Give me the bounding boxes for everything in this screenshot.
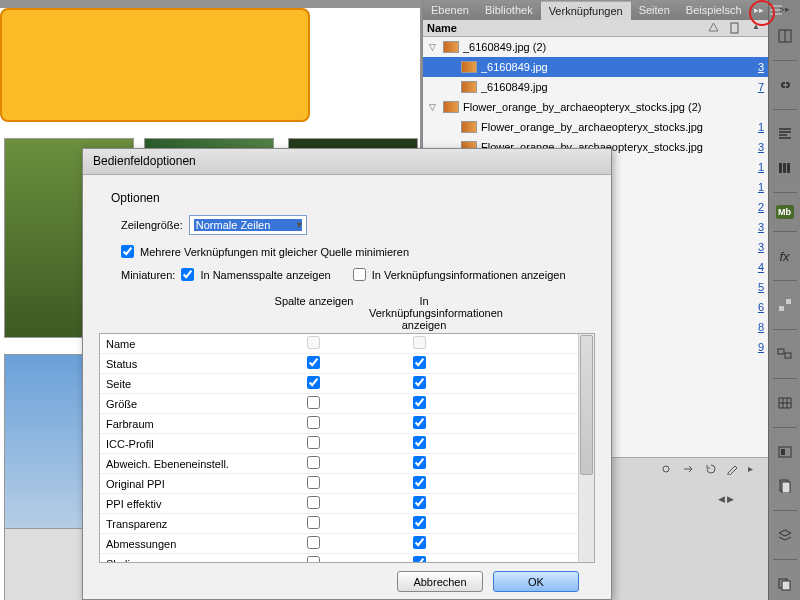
tabs-overflow-icon[interactable]: ▸▸ (750, 5, 768, 15)
show-info-checkbox[interactable] (413, 516, 426, 529)
link-row[interactable]: ▽_6160849.jpg (2) (423, 37, 768, 57)
link-row[interactable]: _6160849.jpg3 (423, 57, 768, 77)
option-row: Abweich. Ebeneneinstell. (100, 454, 578, 474)
fx-icon[interactable]: fx (773, 244, 797, 268)
show-column-checkbox[interactable] (307, 536, 320, 549)
thumbs-info-checkbox[interactable] (353, 268, 366, 281)
show-info-checkbox[interactable] (413, 476, 426, 489)
link-icon[interactable] (773, 73, 797, 97)
minimize-label: Mehrere Verknüpfungen mit gleicher Quell… (140, 246, 409, 258)
show-column-checkbox[interactable] (307, 356, 320, 369)
thumbs-name-checkbox[interactable] (181, 268, 194, 281)
option-row: Original PPI (100, 474, 578, 494)
show-column-checkbox[interactable] (307, 496, 320, 509)
orange-frame[interactable] (0, 8, 310, 122)
svg-rect-17 (731, 23, 738, 33)
link-page[interactable]: 4 (744, 261, 764, 273)
svg-rect-4 (787, 163, 790, 173)
dialog-title: Bedienfeldoptionen (83, 149, 611, 175)
show-column-checkbox[interactable] (307, 376, 320, 389)
show-info-checkbox[interactable] (413, 376, 426, 389)
option-label: ICC-Profil (100, 438, 260, 450)
tab-samples[interactable]: Beispielsch (678, 1, 750, 19)
show-info-checkbox[interactable] (413, 436, 426, 449)
show-info-checkbox[interactable] (413, 556, 426, 562)
edit-original-icon[interactable] (726, 463, 740, 475)
tab-pages[interactable]: Seiten (631, 1, 678, 19)
update-link-icon[interactable] (704, 463, 718, 475)
show-column-checkbox[interactable] (307, 436, 320, 449)
link-thumbnail (443, 101, 459, 113)
copy-icon[interactable] (773, 572, 797, 596)
link-page[interactable]: 3 (744, 241, 764, 253)
link-page[interactable]: 3 (744, 221, 764, 233)
option-label: Status (100, 358, 260, 370)
relink-icon[interactable] (660, 463, 674, 475)
option-row: Farbraum (100, 414, 578, 434)
link-row[interactable]: Flower_orange_by_archaeopteryx_stocks.jp… (423, 117, 768, 137)
show-info-checkbox[interactable] (413, 536, 426, 549)
options-scrollbar[interactable] (578, 334, 594, 562)
pages-icon[interactable] (773, 474, 797, 498)
show-column-checkbox[interactable] (307, 516, 320, 529)
link-page[interactable]: 2 (744, 201, 764, 213)
thumbs-info-label: In Verknüpfungsinformationen anzeigen (372, 269, 566, 281)
footer-more-icon[interactable]: ▸ (748, 463, 762, 475)
link-thumbnail (461, 61, 477, 73)
link-row[interactable]: _6160849.jpg7 (423, 77, 768, 97)
ok-button[interactable]: OK (493, 571, 579, 592)
show-info-checkbox (413, 336, 426, 349)
grid-icon[interactable] (773, 391, 797, 415)
link-page[interactable]: 1 (744, 181, 764, 193)
goto-link-icon[interactable] (682, 463, 696, 475)
show-info-checkbox[interactable] (413, 496, 426, 509)
tab-links[interactable]: Verknüpfungen (541, 1, 631, 20)
mb-icon[interactable]: Mb (776, 205, 794, 219)
status-column-icon[interactable] (708, 22, 720, 34)
book-icon[interactable] (773, 24, 797, 48)
tab-layers[interactable]: Ebenen (423, 1, 477, 19)
show-info-checkbox[interactable] (413, 456, 426, 469)
link-row[interactable]: ▽Flower_orange_by_archaeopteryx_stocks.j… (423, 97, 768, 117)
option-row: Status (100, 354, 578, 374)
option-label: Transparenz (100, 518, 260, 530)
show-column-checkbox[interactable] (307, 476, 320, 489)
show-column-checkbox[interactable] (307, 456, 320, 469)
page-column-icon[interactable] (730, 22, 742, 34)
cancel-button[interactable]: Abbrechen (397, 571, 483, 592)
disclosure-icon[interactable]: ▽ (429, 102, 439, 112)
row-size-dropdown[interactable]: Normale Zeilen ▼ (189, 215, 307, 235)
show-column-checkbox[interactable] (307, 396, 320, 409)
disclosure-icon[interactable]: ▽ (429, 42, 439, 52)
link-page[interactable]: 1 (744, 161, 764, 173)
link-page[interactable]: 7 (744, 81, 764, 93)
text-wrap-icon[interactable] (773, 440, 797, 464)
object-styles-icon[interactable] (773, 342, 797, 366)
show-info-checkbox[interactable] (413, 356, 426, 369)
column-name[interactable]: Name (427, 22, 457, 34)
row-size-label: Zeilengröße: (121, 219, 183, 231)
tab-library[interactable]: Bibliothek (477, 1, 541, 19)
minimize-checkbox[interactable] (121, 245, 134, 258)
link-page[interactable]: 5 (744, 281, 764, 293)
show-column-checkbox[interactable] (307, 556, 320, 562)
link-page[interactable]: 8 (744, 321, 764, 333)
library-icon[interactable] (773, 156, 797, 180)
show-column-checkbox[interactable] (307, 416, 320, 429)
panel-scroll-arrows[interactable]: ◀▶ (718, 494, 734, 504)
link-page[interactable]: 3 (744, 141, 764, 153)
link-page[interactable]: 6 (744, 301, 764, 313)
link-page[interactable]: 3 (744, 61, 764, 73)
svg-rect-16 (782, 581, 790, 590)
sort-icon[interactable]: ▲ (752, 22, 764, 34)
paragraph-icon[interactable] (773, 122, 797, 146)
link-page[interactable]: 9 (744, 341, 764, 353)
swatches-icon[interactable] (773, 293, 797, 317)
show-info-checkbox[interactable] (413, 396, 426, 409)
layers-icon[interactable] (773, 523, 797, 547)
panel-menu-icon[interactable] (770, 1, 782, 19)
show-info-checkbox[interactable] (413, 416, 426, 429)
option-label: Skalieren (100, 558, 260, 563)
link-page[interactable]: 1 (744, 121, 764, 133)
option-row: Größe (100, 394, 578, 414)
